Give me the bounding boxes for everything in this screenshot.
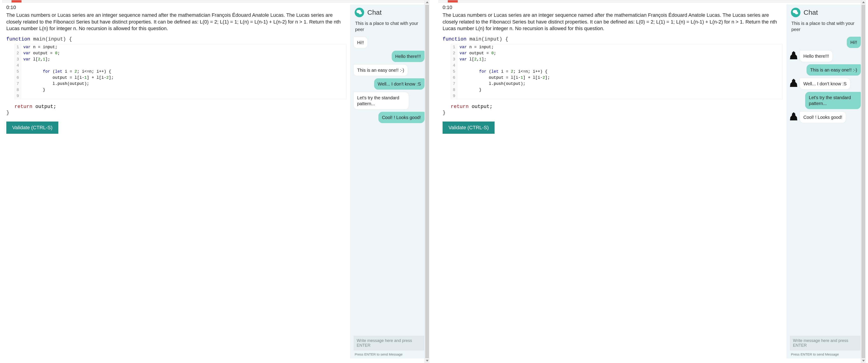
function-header: function main(input) {	[442, 36, 782, 43]
chat-message-row: Hi!!	[353, 37, 425, 49]
scroll-down-icon[interactable]	[426, 360, 429, 362]
chat-input-area: Press ENTER to send Message	[350, 334, 427, 359]
editor-line: 8 }	[451, 87, 782, 93]
line-number: 2	[451, 50, 457, 56]
code-text[interactable]: var output = 0;	[21, 50, 346, 56]
scrollbar[interactable]	[861, 0, 866, 363]
code-text[interactable]: l.push(output);	[21, 81, 346, 87]
chat-message-row: Cool! ! Looks good!	[353, 112, 425, 123]
code-text[interactable]: output = l[i-1] + l[i-2];	[21, 75, 346, 81]
peer-avatar-icon	[789, 51, 798, 59]
prompt-text: The Lucas numbers or Lucas series are an…	[442, 12, 782, 32]
panel-body: 0:10 The Lucas numbers or Lucas series a…	[438, 4, 866, 363]
editor-line: 5 for (let i = 2; i<=n; i++) {	[451, 68, 782, 75]
progress-fill	[448, 0, 458, 2]
scroll-up-icon[interactable]	[862, 1, 865, 3]
timer: 0:10	[6, 4, 346, 10]
peer-avatar-icon	[789, 112, 798, 120]
editor-line: 4	[15, 62, 346, 68]
app-panel: 0:10 The Lucas numbers or Lucas series a…	[2, 0, 430, 363]
line-number: 1	[451, 44, 457, 50]
chat-icon	[791, 8, 800, 17]
validate-button[interactable]: Validate (CTRL-S)	[6, 121, 58, 134]
progress-fill	[11, 0, 22, 2]
line-number: 1	[15, 44, 21, 50]
chat-column: Chat This is a place to chat with your p…	[350, 4, 427, 359]
chat-bubble: This is an easy one!! :-)	[353, 64, 408, 76]
editor-line: 7 l.push(output);	[451, 81, 782, 87]
line-number: 6	[15, 75, 21, 81]
chat-bubble: Cool! ! Looks good!	[378, 112, 425, 123]
code-text[interactable]	[457, 93, 782, 99]
code-text[interactable]: l.push(output);	[457, 81, 782, 87]
code-text[interactable]: var n = input;	[457, 44, 782, 50]
code-text[interactable]: }	[21, 87, 346, 93]
line-number: 2	[15, 50, 21, 56]
editor-line: 8 }	[15, 87, 346, 93]
code-text[interactable]	[21, 93, 346, 99]
chat-title: Chat	[804, 8, 818, 16]
chat-message-row: Hello there!!!	[353, 51, 425, 62]
chat-input[interactable]	[790, 336, 860, 350]
progress-bar	[438, 0, 866, 3]
editor-line: 5 for (let i = 2; i<=n; i++) {	[15, 68, 346, 75]
function-footer: }	[442, 110, 782, 116]
code-editor[interactable]: 1 var n = input; 2 var output = 0; 3 var…	[14, 44, 346, 99]
chat-bubble: Let's try the standard pattern...	[805, 92, 861, 109]
editor-line: 2 var output = 0;	[15, 50, 346, 56]
return-line: return output;	[14, 104, 346, 110]
line-number: 9	[451, 93, 457, 99]
chat-title: Chat	[367, 8, 381, 16]
line-number: 9	[15, 93, 21, 99]
main-column: 0:10 The Lucas numbers or Lucas series a…	[442, 4, 786, 359]
chat-message-row: Well... I don't know :S	[353, 78, 425, 90]
code-text[interactable]: }	[457, 87, 782, 93]
chat-bubble: Well... I don't know :S	[800, 78, 850, 90]
scroll-thumb[interactable]	[426, 5, 429, 358]
scroll-up-icon[interactable]	[426, 1, 429, 3]
editor-line: 3 var l[2,1];	[15, 56, 346, 62]
chat-thread[interactable]: Hi!! Hello there!!! This is an easy one!…	[787, 35, 864, 334]
line-number: 7	[15, 81, 21, 87]
editor-line: 4	[451, 62, 782, 68]
code-text[interactable]: output = l[i-1] + l[i-2];	[457, 75, 782, 81]
validate-button[interactable]: Validate (CTRL-S)	[442, 121, 495, 134]
editor-line: 3 var l[2,1];	[451, 56, 782, 62]
chat-thread[interactable]: Hi!! Hello there!!! This is an easy one!…	[350, 35, 427, 334]
line-number: 8	[451, 87, 457, 93]
chat-message-row: Well... I don't know :S	[789, 78, 861, 90]
line-number: 5	[15, 68, 21, 75]
line-number: 4	[451, 62, 457, 68]
code-text[interactable]: var output = 0;	[457, 50, 782, 56]
scroll-down-icon[interactable]	[862, 360, 865, 362]
chat-input[interactable]	[354, 336, 424, 350]
code-text[interactable]: for (let i = 2; i<=n; i++) {	[21, 68, 346, 75]
chat-column: Chat This is a place to chat with your p…	[786, 4, 864, 359]
code-text[interactable]: for (let i = 2; i<=n; i++) {	[457, 68, 782, 75]
chat-icon	[355, 8, 364, 17]
code-text[interactable]	[21, 62, 346, 68]
enter-hint: Press ENTER to send Message	[354, 352, 424, 356]
chat-bubble: Hello there!!!	[800, 50, 833, 62]
timer: 0:10	[442, 4, 782, 10]
chat-header: Chat	[350, 4, 427, 19]
code-text[interactable]: var l[2,1];	[457, 56, 782, 62]
panel-body: 0:10 The Lucas numbers or Lucas series a…	[2, 4, 430, 363]
code-text[interactable]	[457, 62, 782, 68]
code-text[interactable]: var l[2,1];	[21, 56, 346, 62]
chat-input-area: Press ENTER to send Message	[787, 334, 864, 359]
code-editor[interactable]: 1 var n = input; 2 var output = 0; 3 var…	[451, 44, 782, 99]
chat-message-row: This is an easy one!! :-)	[789, 64, 861, 76]
chat-bubble: Let's try the standard pattern...	[353, 92, 409, 110]
scrollbar[interactable]	[425, 0, 430, 363]
editor-line: 9	[15, 93, 346, 99]
chat-header: Chat	[787, 4, 864, 19]
chat-message-row: Hi!!	[789, 37, 861, 48]
chat-bubble: This is an easy one!! :-)	[807, 64, 861, 76]
chat-message-row: Hello there!!!	[789, 50, 861, 62]
line-number: 3	[15, 56, 21, 62]
scroll-thumb[interactable]	[862, 5, 865, 358]
editor-line: 1 var n = input;	[451, 44, 782, 50]
code-text[interactable]: var n = input;	[21, 44, 346, 50]
line-number: 8	[15, 87, 21, 93]
